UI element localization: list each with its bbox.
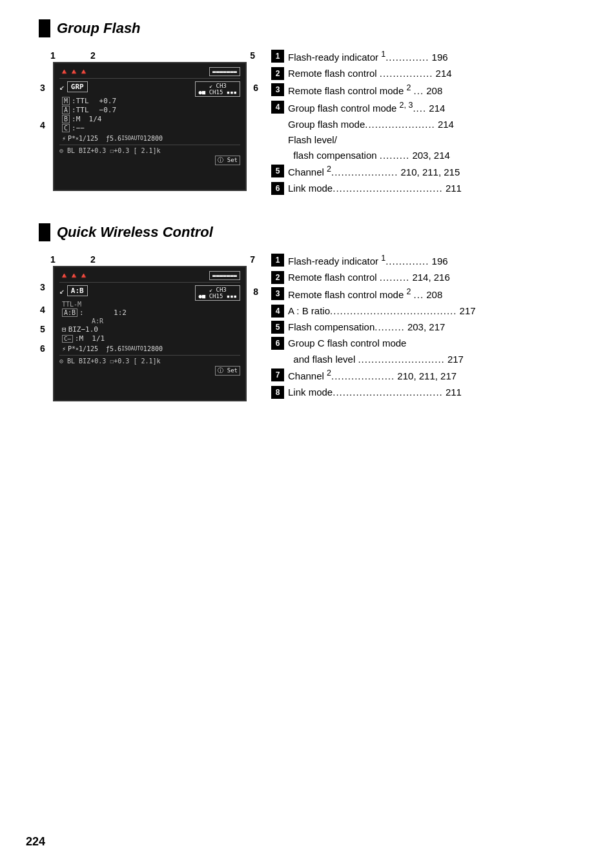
qw-cam-label-8: 8 [253, 287, 258, 297]
ref-item-1: 1 Flash-ready indicator 1............. 1… [271, 49, 590, 64]
qw-ref-sub-6a: and flash level ........................… [271, 352, 590, 366]
qw-cam-label-3: 3 [40, 282, 45, 292]
qw-ref-item-7: 7 Channel 2................... 210, 211,… [271, 368, 590, 383]
ref-sub-4b: Flash level/ [271, 133, 590, 146]
camera-screen-quick-wireless: 🔺🔺🔺 ▬▬▬▬▬▬▬ ↙ A:B ↙ CH3 ●■ CH15 ▪▪▪ TTL-… [53, 266, 247, 401]
qw-cam-label-2: 2 [90, 254, 96, 265]
camera-screen-group-flash: 🔺🔺🔺 ▬▬▬▬▬▬▬ ↙ GRP ↙ CH3 ●■ CH15 ▪▪▪ [53, 62, 247, 191]
cam-label-1: 1 [50, 50, 56, 61]
qw-ref-item-5: 5 Flash compensation......... 203, 217 [271, 320, 590, 334]
quick-wireless-content: 1 2 7 3 4 5 6 8 🔺🔺🔺 ▬▬▬▬▬▬▬ ↙ A [39, 253, 590, 401]
ref-sub-4a: Group flash mode..................... 21… [271, 117, 590, 131]
cam-label-2: 2 [90, 50, 96, 61]
group-flash-refs: 1 Flash-ready indicator 1............. 1… [271, 49, 590, 197]
ref-item-3: 3 Remote flash control mode 2 ... 208 [271, 83, 590, 97]
quick-wireless-refs: 1 Flash-ready indicator 1............. 1… [271, 253, 590, 401]
page-number: 224 [26, 835, 45, 849]
cam-set-badge: ⓘ Set [215, 156, 240, 165]
qw-ref-item-6: 6 Group C flash control mode [271, 336, 590, 350]
qw-cam-label-4: 4 [40, 305, 45, 315]
qw-cam-label-1: 1 [50, 254, 56, 265]
qw-cam-ab-label: A:B [67, 285, 88, 296]
ref-item-6: 6 Link mode.............................… [271, 181, 590, 195]
quick-wireless-section: Quick Wireless Control 1 2 7 3 4 5 6 8 🔺… [39, 223, 590, 401]
qw-cam-ch-box: ↙ CH3 ●■ CH15 ▪▪▪ [195, 285, 240, 301]
cam-ch-box: ↙ CH3 ●■ CH15 ▪▪▪ [195, 81, 240, 97]
cam-label-4: 4 [40, 120, 45, 130]
group-flash-title: Group Flash [39, 19, 590, 37]
group-flash-title-text: Group Flash [57, 20, 141, 37]
group-flash-section: Group Flash 1 2 5 3 4 6 🔺🔺🔺 ▬▬▬▬▬▬▬ [39, 19, 590, 197]
ref-item-2: 2 Remote flash control ................ … [271, 66, 590, 80]
cam-grp-label: GRP [67, 81, 88, 92]
qw-ref-item-4: 4 A : B ratio...........................… [271, 304, 590, 318]
section-icon-quick-wireless [39, 223, 50, 241]
ref-item-5: 5 Channel 2.................... 210, 211… [271, 164, 590, 179]
qw-cam-flash-ready: ▬▬▬▬▬▬▬ [209, 271, 240, 280]
cam-label-5: 5 [250, 50, 255, 61]
qw-cam-label-6: 6 [40, 343, 45, 354]
group-flash-content: 1 2 5 3 4 6 🔺🔺🔺 ▬▬▬▬▬▬▬ ↙ GRP [39, 49, 590, 197]
cam-label-6: 6 [253, 83, 258, 93]
qw-ref-item-2: 2 Remote flash control ......... 214, 21… [271, 270, 590, 284]
cam-label-3: 3 [40, 83, 45, 93]
qw-cam-label-5: 5 [40, 324, 45, 334]
qw-cam-set-badge: ⓘ Set [215, 366, 240, 376]
section-icon-group-flash [39, 19, 50, 37]
ref-item-4: 4 Group flash control mode 2, 3.... 214 [271, 100, 590, 115]
cam-flash-ready: ▬▬▬▬▬▬▬ [209, 67, 240, 76]
quick-wireless-title-text: Quick Wireless Control [57, 224, 213, 241]
qw-cam-label-7: 7 [250, 254, 255, 265]
ref-sub-4c: flash compensation ......... 203, 214 [271, 148, 590, 162]
qw-ref-item-1: 1 Flash-ready indicator 1............. 1… [271, 253, 590, 268]
qw-ref-item-3: 3 Remote flash control mode 2 ... 208 [271, 287, 590, 301]
quick-wireless-title: Quick Wireless Control [39, 223, 590, 241]
qw-ref-item-8: 8 Link mode.............................… [271, 385, 590, 399]
